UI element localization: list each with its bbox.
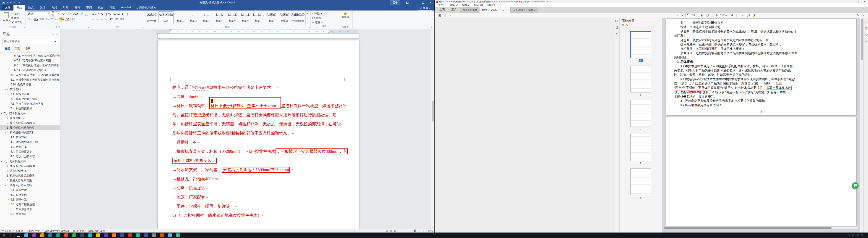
document-text[interactable]: 响应：辽宁乾恒元信息技术有限公司完全满足上述要求，↵→高度：4m/6m↵→材质：… (173, 83, 350, 220)
attachments-icon[interactable] (615, 32, 618, 35)
taskbar-app-icon[interactable] (168, 233, 172, 237)
document-tab[interactable]: 附件4：2025年一...✕ (479, 7, 510, 13)
document-tab[interactable]: 关于2025年一级物... (510, 7, 538, 13)
nav-item[interactable]: ◢5. 商务评分响应资料 (0, 183, 60, 188)
comment-icon[interactable] (747, 14, 750, 17)
ribbon-tab-布局[interactable]: 布局 (48, 5, 60, 10)
align-right-icon[interactable]: ☰ (100, 17, 104, 21)
taskbar-app-icon[interactable] (104, 233, 108, 237)
decrease-indent-icon[interactable]: ⇤ (113, 12, 116, 16)
tab-tools[interactable]: 工具 (448, 7, 460, 13)
nav-pane-tab-结果[interactable]: 结果 (23, 46, 32, 52)
nav-item[interactable]: 6.9. 未被中国石油天然气集团有限公司和辽... (0, 77, 60, 82)
collapse-icon[interactable]: ◢ (4, 88, 7, 90)
ribbon-display-options-icon[interactable] (403, 0, 411, 5)
nav-item[interactable]: 6.7.3. “中国执行信息公开网”查询截图 (0, 63, 60, 68)
redo-icon[interactable]: ↻ (14, 1, 16, 4)
undo-icon[interactable]: ↺ ▾ (7, 1, 11, 4)
nav-pane-tab-标题[interactable]: 标题 (3, 46, 12, 52)
superscript-icon[interactable]: x² (50, 17, 53, 21)
nav-item[interactable]: 6.7.1. 全国企业信用信息公示系统查询截图 (0, 53, 60, 58)
font-color-icon[interactable]: A▾ (65, 17, 69, 21)
save-icon[interactable]: ▣ (2, 1, 5, 4)
taskbar-app-icon[interactable] (24, 233, 28, 237)
nav-item[interactable]: 5.6. 质量保证 (0, 212, 60, 216)
acrobat-horizontal-scrollbar[interactable] (663, 227, 859, 229)
collapse-icon[interactable]: ◢ (0, 112, 3, 114)
zoom-in-icon[interactable]: ⊕ (731, 14, 734, 17)
taskbar-app-icon[interactable] (40, 233, 44, 237)
style-item[interactable]: 1.1.1.1.1标题 7 (252, 11, 265, 23)
search-icon[interactable]: ⌕ (450, 14, 451, 17)
nav-item[interactable]: 6.7.4. 无行贿犯罪行为承诺 (0, 68, 60, 73)
taskbar-app-icon[interactable] (32, 233, 36, 237)
web-layout-icon[interactable]: ▦ (394, 230, 396, 232)
start-button[interactable]: ⊞ (0, 234, 8, 237)
taskbar-search-icon[interactable] (10, 234, 15, 237)
nav-item[interactable]: 7.4. 制造商授权书 (0, 106, 60, 111)
nav-item[interactable]: 4.1. 技术方案 (0, 135, 60, 140)
ribbon-tab-插入[interactable]: 插入 (25, 5, 37, 10)
nav-item[interactable]: 6.7.2. “信用中国”网站查询截图 (0, 58, 60, 63)
scrollbar-thumb[interactable] (432, 101, 434, 122)
phonetic-guide-icon[interactable]: 拼 (80, 12, 84, 16)
styles-gallery-scroll[interactable]: ▴▾≡ (305, 11, 309, 25)
thumbnail-options-icon[interactable]: ▤ (621, 24, 624, 26)
signature-tool-icon[interactable]: ✍ (865, 40, 867, 43)
sort-icon[interactable]: A↓ (121, 12, 125, 16)
print-layout-icon[interactable]: ▥ (390, 230, 392, 232)
nav-item[interactable]: ▷5.4. 近两年销售业绩 (0, 202, 60, 207)
numbering-icon[interactable]: ⒈≡▾ (97, 12, 104, 17)
nav-item[interactable]: ▷5.3. 管理体系 (0, 197, 60, 202)
select-button[interactable]: ⇖ 选择 ▾ (312, 21, 336, 24)
taskbar-app-icon[interactable] (176, 233, 180, 237)
style-item[interactable]: 1.1.1.标题 4 (213, 11, 225, 23)
highlight-icon[interactable] (753, 14, 756, 17)
underline-icon[interactable]: U ▾ (33, 17, 39, 21)
replace-button[interactable]: ab 替换 (312, 16, 336, 20)
enclose-characters-icon[interactable]: 字 (70, 17, 75, 22)
read-mode-icon[interactable]: ▤ (386, 230, 388, 232)
bold-icon[interactable]: B (27, 17, 30, 21)
document-tab[interactable]: 所有专利.pdf (460, 7, 479, 13)
zoom-level[interactable]: 100% ▾ (720, 14, 728, 17)
menu-帮助(H)[interactable]: 帮助(H) (485, 3, 496, 7)
ribbon-tab-引用[interactable]: 引用 (60, 5, 72, 10)
collapse-ribbon-icon[interactable]: ∧ (431, 26, 433, 28)
word-count[interactable]: 19127 个字 (27, 229, 40, 233)
taskbar-app-icon[interactable] (64, 233, 68, 237)
nav-item[interactable]: 4. 投标人告知承诺函 (0, 178, 60, 183)
minimize-button[interactable]: — (411, 0, 419, 5)
qat-customize-icon[interactable]: ▾ (19, 1, 20, 4)
close-button[interactable]: ✕ (427, 0, 434, 5)
taskbar-app-icon[interactable] (96, 233, 100, 237)
nav-item[interactable]: ◢4. 技术规格书响应资料 (0, 130, 60, 135)
tray-icon[interactable] (857, 234, 859, 236)
page-thumbnail[interactable]: 7 (628, 100, 653, 131)
taskbar-app-icon[interactable] (136, 233, 140, 237)
nav-options-icon[interactable]: ▾ (53, 33, 54, 36)
change-case-icon[interactable]: Aa▾ (72, 12, 79, 16)
ribbon-tab-邮件[interactable]: 邮件 (72, 5, 83, 10)
nav-item[interactable]: 6.8. 未发生重大质量、安全和环保事故承诺 (0, 73, 60, 77)
taskbar-app-icon[interactable] (88, 233, 92, 237)
justify-icon[interactable]: ☰ (104, 17, 108, 21)
menu-窗口(W)[interactable]: 窗口(W) (472, 3, 485, 7)
nav-item[interactable]: 4.2. 供货商的详细介绍 (0, 140, 60, 144)
restore-button[interactable]: ❐ (854, 0, 861, 3)
font-size-combo[interactable]: 五号▾ (51, 11, 60, 16)
taskbar-app-icon[interactable] (80, 233, 84, 237)
share-icon[interactable]: ⇗ (862, 14, 865, 17)
style-item[interactable]: 1.1.1.1.标题 5 (226, 11, 239, 23)
style-item[interactable]: 1.标题 2 (187, 11, 199, 23)
bullets-icon[interactable]: ⁝≡▾ (91, 12, 96, 16)
hand-tool-icon[interactable] (706, 14, 709, 17)
bookmarks-icon[interactable] (615, 26, 618, 29)
page-number-input[interactable]: 5 (685, 14, 690, 17)
thumbnail-rotate-icon[interactable]: ↻ (626, 24, 628, 26)
ribbon-tab-视图[interactable]: 视图 (95, 5, 106, 10)
collapse-icon[interactable]: ◢ (4, 132, 7, 134)
attachment-tool-icon[interactable]: ✎ (865, 33, 867, 36)
pdf-next-page[interactable] (666, 117, 856, 226)
addins-button[interactable]: 加载项 (339, 12, 351, 19)
